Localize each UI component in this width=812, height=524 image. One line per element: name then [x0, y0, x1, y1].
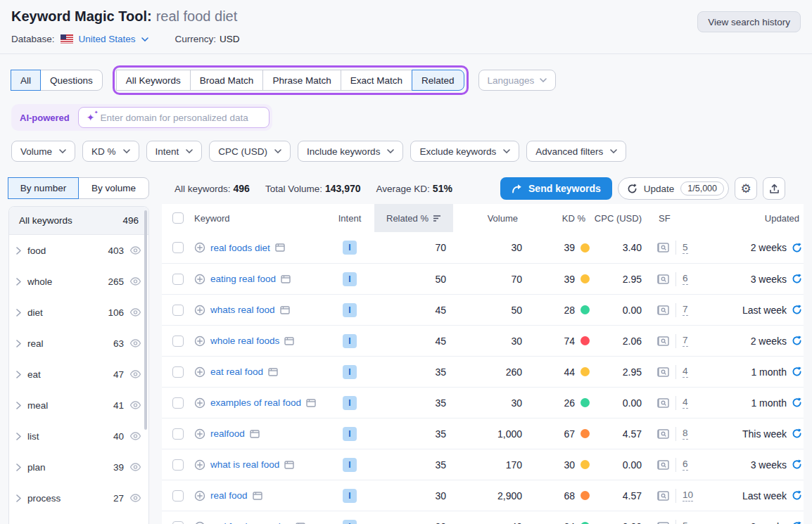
- intent-badge[interactable]: I: [343, 396, 357, 410]
- sidebar-scrollbar[interactable]: [144, 210, 147, 430]
- intent-badge[interactable]: I: [343, 303, 357, 317]
- update-button[interactable]: Update 1/5,000: [618, 177, 729, 200]
- row-checkbox[interactable]: [172, 305, 184, 316]
- scope-tab[interactable]: Questions: [40, 70, 103, 91]
- add-to-list-icon[interactable]: [194, 305, 205, 316]
- serp-features-icon[interactable]: [284, 461, 294, 469]
- serp-preview-icon[interactable]: [657, 336, 669, 346]
- filter-dropdown[interactable]: KD %: [82, 141, 139, 162]
- chevron-down-icon[interactable]: [141, 37, 148, 41]
- col-kd[interactable]: KD %: [526, 213, 594, 224]
- chevron-right-icon[interactable]: [16, 247, 21, 255]
- select-all-checkbox[interactable]: [172, 212, 184, 224]
- keyword-group-item[interactable]: weight 22: [9, 513, 148, 524]
- match-tab[interactable]: Phrase Match: [262, 70, 341, 91]
- chevron-right-icon[interactable]: [16, 309, 21, 317]
- row-checkbox[interactable]: [172, 242, 184, 253]
- refresh-metrics-icon[interactable]: [792, 397, 802, 408]
- serp-preview-icon[interactable]: [657, 491, 669, 501]
- view-search-history-button[interactable]: View search history: [697, 11, 801, 32]
- eye-icon[interactable]: [129, 494, 141, 502]
- eye-icon[interactable]: [129, 246, 141, 255]
- intent-badge[interactable]: I: [343, 365, 357, 379]
- chevron-right-icon[interactable]: [16, 402, 21, 409]
- keyword-group-item[interactable]: whole 265: [9, 266, 148, 297]
- keyword-link[interactable]: real food: [210, 490, 248, 501]
- keyword-link[interactable]: real food examples: [210, 521, 291, 524]
- export-button[interactable]: [763, 177, 785, 200]
- sf-count[interactable]: 7: [683, 335, 688, 347]
- sf-count[interactable]: 7: [683, 304, 688, 316]
- serp-features-icon[interactable]: [253, 492, 262, 500]
- add-to-list-icon[interactable]: [194, 428, 205, 440]
- eye-icon[interactable]: [129, 401, 141, 409]
- add-to-list-icon[interactable]: [194, 521, 205, 524]
- serp-features-icon[interactable]: [306, 399, 316, 407]
- keyword-group-item[interactable]: plan 39: [9, 452, 148, 483]
- keyword-group-item[interactable]: list 40: [9, 421, 148, 452]
- serp-features-icon[interactable]: [281, 275, 291, 283]
- eye-icon[interactable]: [129, 308, 141, 317]
- add-to-list-icon[interactable]: [194, 397, 205, 409]
- match-tab[interactable]: All Keywords: [116, 70, 191, 91]
- sf-count[interactable]: 5: [683, 520, 688, 524]
- row-checkbox[interactable]: [172, 490, 184, 501]
- sf-count[interactable]: 4: [683, 397, 688, 409]
- col-updated[interactable]: Updated: [711, 213, 804, 224]
- add-to-list-icon[interactable]: [194, 274, 205, 285]
- intent-badge[interactable]: I: [343, 334, 357, 348]
- serp-preview-icon[interactable]: [657, 243, 669, 253]
- col-sf[interactable]: SF: [650, 213, 711, 224]
- serp-features-icon[interactable]: [250, 430, 260, 438]
- filter-dropdown[interactable]: Advanced filters: [526, 141, 626, 162]
- send-keywords-button[interactable]: Send keywords: [500, 177, 612, 200]
- chevron-right-icon[interactable]: [16, 464, 21, 471]
- serp-features-icon[interactable]: [275, 243, 285, 252]
- eye-icon[interactable]: [129, 339, 141, 347]
- filter-dropdown[interactable]: CPC (USD): [209, 141, 291, 162]
- keyword-link[interactable]: eating real food: [210, 274, 276, 284]
- serp-preview-icon[interactable]: [657, 429, 669, 439]
- chevron-right-icon[interactable]: [16, 494, 21, 502]
- match-tab[interactable]: Related: [412, 70, 464, 91]
- intent-badge[interactable]: I: [343, 272, 357, 286]
- intent-badge[interactable]: I: [343, 427, 357, 441]
- eye-icon[interactable]: [129, 463, 141, 471]
- sf-count[interactable]: 6: [683, 273, 688, 285]
- domain-input[interactable]: [101, 113, 261, 123]
- sf-count[interactable]: 6: [683, 459, 688, 471]
- intent-badge[interactable]: I: [343, 241, 357, 255]
- add-to-list-icon[interactable]: [194, 459, 205, 471]
- row-checkbox[interactable]: [172, 521, 184, 524]
- chevron-right-icon[interactable]: [16, 433, 21, 440]
- keyword-link[interactable]: eat real food: [210, 366, 263, 377]
- serp-preview-icon[interactable]: [657, 460, 669, 470]
- keyword-group-item[interactable]: real 63: [9, 328, 148, 359]
- eye-icon[interactable]: [129, 277, 141, 286]
- keyword-link[interactable]: whats real food: [210, 305, 275, 315]
- add-to-list-icon[interactable]: [194, 336, 205, 347]
- serp-features-icon[interactable]: [284, 337, 294, 345]
- serp-preview-icon[interactable]: [657, 398, 669, 408]
- sort-toggle-option[interactable]: By volume: [78, 177, 149, 199]
- row-checkbox[interactable]: [172, 274, 184, 285]
- eye-icon[interactable]: [129, 432, 141, 440]
- keyword-group-item[interactable]: meal 41: [9, 390, 148, 421]
- col-volume[interactable]: Volume: [453, 213, 526, 224]
- intent-badge[interactable]: I: [343, 520, 357, 524]
- intent-badge[interactable]: I: [343, 458, 357, 472]
- intent-badge[interactable]: I: [343, 489, 357, 503]
- row-checkbox[interactable]: [172, 428, 184, 440]
- refresh-metrics-icon[interactable]: [792, 336, 802, 346]
- serp-preview-icon[interactable]: [657, 274, 669, 284]
- row-checkbox[interactable]: [172, 366, 184, 378]
- sf-count[interactable]: 5: [683, 242, 688, 254]
- database-selector[interactable]: United States: [79, 34, 136, 44]
- add-to-list-icon[interactable]: [194, 490, 205, 501]
- filter-dropdown[interactable]: Intent: [146, 141, 203, 162]
- col-intent[interactable]: Intent: [325, 213, 374, 224]
- sort-toggle-option[interactable]: By number: [8, 177, 79, 199]
- keyword-group-item[interactable]: diet 106: [9, 297, 148, 328]
- filter-dropdown[interactable]: Exclude keywords: [410, 141, 519, 162]
- serp-preview-icon[interactable]: [657, 305, 669, 315]
